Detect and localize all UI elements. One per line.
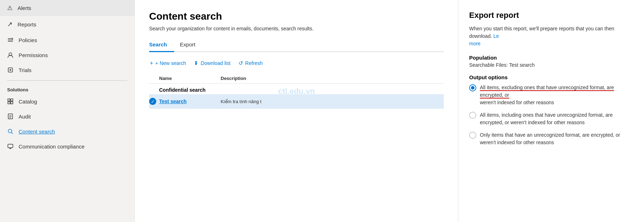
download-icon: ⬇: [194, 60, 198, 66]
group-name: Confidential search: [149, 87, 206, 93]
right-panel: Export report When you start this report…: [458, 0, 644, 222]
sidebar-item-content-search[interactable]: Content search: [0, 124, 134, 139]
tab-bar: Search Export: [149, 39, 444, 52]
plus-icon: +: [150, 60, 153, 66]
download-list-button[interactable]: ⬇ Download list: [193, 59, 231, 68]
main-content: Content search Search your organization …: [135, 0, 458, 222]
option-2-label: All items, including ones that have unre…: [480, 111, 633, 126]
output-options-title: Output options: [469, 74, 633, 80]
new-search-label: + New search: [155, 60, 186, 66]
col-desc-header: Description: [221, 76, 444, 81]
page-description: Search your organization for content in …: [149, 26, 335, 31]
policies-icon: [7, 37, 14, 43]
catalog-icon: [7, 98, 14, 105]
table-container: ctl.edu.vn Name Description Confidential…: [149, 74, 444, 109]
output-option-2[interactable]: All items, including ones that have unre…: [469, 111, 633, 126]
tab-search[interactable]: Search: [149, 39, 174, 52]
refresh-icon: ↺: [239, 60, 243, 66]
radio-2[interactable]: [469, 112, 476, 119]
row-description: Kiểm tra tính năng t: [221, 99, 444, 104]
sidebar-item-catalog[interactable]: Catalog: [0, 94, 134, 109]
svg-rect-17: [8, 144, 13, 148]
sidebar-item-permissions[interactable]: Permissions: [0, 47, 134, 62]
content-search-icon: [7, 128, 14, 135]
refresh-label: Refresh: [245, 60, 263, 66]
page-title: Content search: [149, 11, 444, 22]
radio-3[interactable]: [469, 132, 476, 139]
sidebar-item-label: Communication compliance: [19, 143, 84, 150]
output-options-group: All items, excluding ones that have unre…: [469, 84, 633, 146]
sidebar: ⚠ Alerts ↗ Reports Policies Permissions …: [0, 0, 135, 222]
audit-icon: [7, 113, 14, 120]
sidebar-item-label: Catalog: [19, 99, 37, 105]
sidebar-divider: [7, 80, 127, 81]
sidebar-item-label: Audit: [19, 113, 31, 120]
permissions-icon: [7, 52, 14, 58]
svg-rect-10: [11, 102, 13, 104]
sidebar-item-trials[interactable]: Trials: [0, 62, 134, 77]
sidebar-item-label: Content search: [19, 128, 55, 135]
new-search-button[interactable]: + + New search: [149, 59, 187, 68]
download-list-label: Download list: [201, 60, 230, 66]
trials-icon: [7, 67, 14, 73]
panel-title: Export report: [469, 11, 633, 20]
alerts-icon: ⚠: [7, 4, 13, 12]
svg-rect-8: [11, 99, 13, 101]
reports-icon: ↗: [7, 20, 13, 28]
sidebar-item-label: Policies: [19, 37, 37, 43]
check-circle: ✓: [149, 98, 156, 105]
sidebar-item-label: Alerts: [18, 5, 31, 11]
output-option-1[interactable]: All items, excluding ones that have unre…: [469, 84, 633, 106]
sidebar-item-label: Permissions: [19, 52, 48, 58]
row-check-icon: ✓: [149, 98, 159, 105]
panel-desc-text: When you start this report, we'll prepar…: [469, 26, 614, 39]
output-option-3[interactable]: Only items that have an unrecognized for…: [469, 131, 633, 146]
sidebar-item-comm-compliance[interactable]: Communication compliance: [0, 139, 134, 154]
table-row[interactable]: ✓ Test search Kiểm tra tính năng t: [149, 94, 444, 109]
option-1-underline: All items, excluding ones that have unre…: [480, 85, 614, 99]
svg-point-15: [8, 129, 12, 133]
population-title: Population: [469, 55, 633, 61]
option-3-label: Only items that have an unrecognized for…: [480, 131, 633, 146]
table-group-label: Confidential search: [149, 84, 444, 94]
sidebar-item-policies[interactable]: Policies: [0, 32, 134, 47]
option-1-label: All items, excluding ones that have unre…: [480, 84, 633, 106]
sidebar-item-alerts[interactable]: ⚠ Alerts: [0, 0, 134, 16]
svg-rect-11: [8, 114, 13, 119]
comm-compliance-icon: [7, 143, 14, 150]
refresh-button[interactable]: ↺ Refresh: [238, 59, 264, 68]
radio-inner-1: [471, 86, 475, 90]
toolbar: + + New search ⬇ Download list ↺ Refresh: [149, 59, 444, 68]
sidebar-item-label: Trials: [19, 67, 31, 73]
population-value: Searchable Files: Test search: [469, 62, 633, 68]
svg-line-16: [11, 132, 13, 134]
table-header: Name Description: [149, 74, 444, 84]
panel-description: When you start this report, we'll prepar…: [469, 25, 633, 47]
col-name-header: Name: [149, 76, 221, 81]
solutions-label: Solutions: [0, 84, 134, 94]
sidebar-item-label: Reports: [18, 21, 36, 27]
sidebar-item-reports[interactable]: ↗ Reports: [0, 16, 134, 32]
svg-rect-9: [8, 102, 10, 104]
svg-rect-7: [8, 99, 10, 101]
sidebar-item-audit[interactable]: Audit: [0, 109, 134, 124]
row-name[interactable]: Test search: [159, 99, 221, 104]
tab-export[interactable]: Export: [180, 39, 202, 52]
radio-1[interactable]: [469, 84, 476, 91]
